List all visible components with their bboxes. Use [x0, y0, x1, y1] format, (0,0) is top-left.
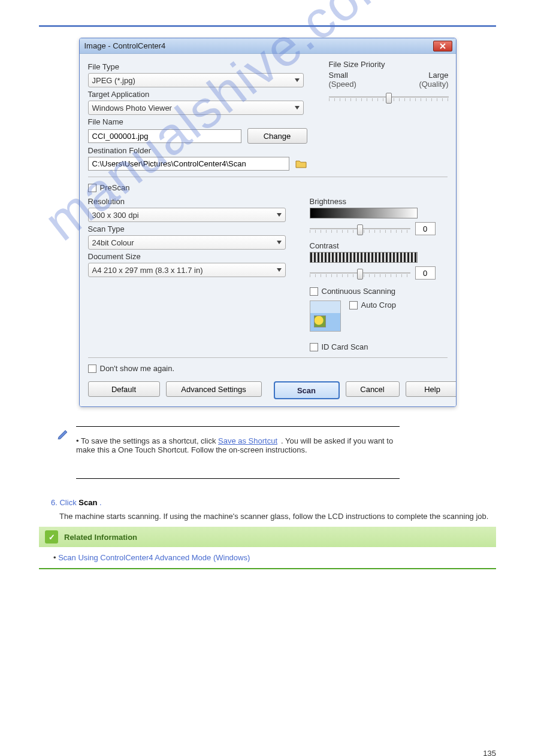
checkbox-icon: [88, 365, 96, 373]
document-size-label: Document Size: [88, 252, 286, 261]
page-number: 135: [483, 749, 496, 756]
scan-settings-dialog: Image - ControlCenter4 File Type JPEG (*…: [79, 38, 457, 407]
change-button[interactable]: Change: [247, 128, 307, 144]
slider-thumb-icon[interactable]: [386, 93, 392, 104]
note-link[interactable]: Save as Shortcut: [218, 436, 277, 445]
file-size-priority-label: File Size Priority: [329, 60, 449, 69]
target-app-dropdown[interactable]: Windows Photo Viewer: [88, 101, 304, 115]
resolution-value: 300 x 300 dpi: [92, 211, 139, 220]
auto-crop-checkbox[interactable]: Auto Crop: [349, 300, 397, 309]
slider-thumb-icon[interactable]: [357, 224, 363, 235]
chevron-down-icon: [277, 268, 282, 272]
file-type-label: File Type: [88, 62, 307, 71]
document-size-dropdown[interactable]: A4 210 x 297 mm (8.3 x 11.7 in): [88, 263, 286, 277]
document-size-value: A4 210 x 297 mm (8.3 x 11.7 in): [92, 266, 203, 275]
fsp-large-label: Large: [428, 71, 448, 80]
contrast-pattern-bar: [310, 252, 418, 263]
related-bullet: •: [53, 553, 56, 562]
id-card-scan-checkbox[interactable]: ID Card Scan: [310, 342, 436, 351]
related-info-title: Related Information: [64, 533, 137, 542]
dont-show-again-checkbox[interactable]: Don't show me again.: [88, 364, 448, 373]
checkbox-icon: [88, 184, 96, 192]
contrast-value-input[interactable]: [415, 266, 436, 280]
contrast-label: Contrast: [310, 241, 436, 250]
folder-icon[interactable]: [295, 159, 307, 169]
divider: [88, 177, 448, 177]
related-item-link[interactable]: Scan Using ControlCenter4 Advanced Mode …: [58, 553, 250, 562]
prescan-checkbox[interactable]: PreScan: [88, 183, 448, 192]
step-text-after: .: [99, 498, 102, 507]
related-info-header: ✓ Related Information: [39, 527, 496, 547]
resolution-label: Resolution: [88, 197, 286, 206]
auto-crop-label: Auto Crop: [361, 300, 397, 309]
id-card-scan-label: ID Card Scan: [322, 342, 368, 351]
cancel-button[interactable]: Cancel: [346, 381, 400, 397]
destination-folder-input[interactable]: [88, 157, 289, 171]
resolution-dropdown[interactable]: 300 x 300 dpi: [88, 208, 286, 222]
target-app-value: Windows Photo Viewer: [92, 104, 172, 113]
scan-type-value: 24bit Colour: [92, 238, 134, 247]
target-app-label: Target Application: [88, 90, 307, 99]
default-button[interactable]: Default: [88, 381, 160, 397]
slider-thumb-icon[interactable]: [357, 269, 363, 280]
file-name-label: File Name: [88, 117, 307, 126]
note-top-line: [76, 426, 400, 427]
checkbox-icon: [310, 287, 318, 296]
divider: [88, 357, 448, 358]
chevron-down-icon: [295, 106, 300, 110]
continuous-scanning-label: Continuous Scanning: [322, 287, 396, 296]
scan-type-dropdown[interactable]: 24bit Colour: [88, 235, 286, 250]
preview-thumbnail-icon: [310, 300, 341, 332]
brightness-slider[interactable]: [310, 224, 410, 233]
dialog-titlebar[interactable]: Image - ControlCenter4: [80, 38, 456, 54]
checkbox-icon: [310, 343, 318, 351]
check-icon: ✓: [45, 530, 58, 544]
file-type-value: JPEG (*.jpg): [92, 76, 135, 85]
file-size-priority-slider[interactable]: [329, 92, 449, 102]
note-bullet: •: [76, 436, 79, 445]
contrast-slider[interactable]: [310, 268, 410, 278]
note-bottom-line: [76, 478, 400, 479]
file-type-dropdown[interactable]: JPEG (*.jpg): [88, 73, 304, 87]
pencil-icon: [57, 426, 70, 439]
step-number: 6.: [51, 498, 59, 507]
fsp-speed-label: (Speed): [329, 80, 356, 89]
fsp-small-label: Small: [329, 71, 349, 80]
green-rule: [39, 568, 496, 569]
step-bold: Scan: [78, 498, 97, 507]
checkbox-icon: [349, 301, 358, 309]
chevron-down-icon: [277, 213, 282, 217]
continuous-scanning-checkbox[interactable]: Continuous Scanning: [310, 287, 436, 296]
dialog-title: Image - ControlCenter4: [84, 41, 166, 50]
fsp-quality-label: (Quality): [419, 80, 448, 89]
close-button[interactable]: [433, 41, 452, 51]
prescan-label: PreScan: [100, 183, 130, 192]
advanced-settings-button[interactable]: Advanced Settings: [166, 381, 262, 397]
destination-folder-label: Destination Folder: [88, 146, 307, 155]
note-text-before: To save the settings as a shortcut, clic…: [81, 436, 218, 445]
step-text-before: Click: [59, 498, 78, 507]
brightness-value-input[interactable]: [415, 222, 436, 235]
close-icon: [440, 43, 446, 49]
file-name-input[interactable]: [88, 129, 241, 143]
chevron-down-icon: [295, 78, 300, 82]
scan-type-label: Scan Type: [88, 224, 286, 233]
dont-show-again-label: Don't show me again.: [100, 364, 175, 373]
scan-button[interactable]: Scan: [274, 381, 340, 399]
brightness-label: Brightness: [310, 197, 436, 206]
brightness-gradient-bar: [310, 208, 418, 218]
page-top-rule: [39, 25, 496, 27]
help-button[interactable]: Help: [406, 381, 457, 397]
chevron-down-icon: [277, 241, 282, 244]
